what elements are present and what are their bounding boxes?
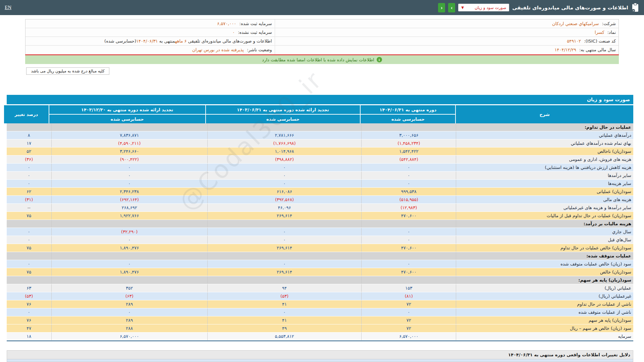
table-row: بهاي تمام شده درآمدهاي عملیاتي(۱,۴۵۸,۲۳۴…: [7, 139, 633, 147]
table-row: سود(زیان) پایه هر سهم۷۲۴۱۲۸۹۷۶: [7, 316, 633, 324]
row-value: ۰: [361, 164, 456, 171]
row-label: سایر درآمدها و هزینه های غیرعملیاتی: [456, 204, 633, 212]
row-label: سود (زیان) خالص هر سهم – ریال: [456, 324, 633, 332]
row-value: (۳۶): [7, 156, 51, 163]
row-label: سرمایه: [456, 333, 633, 340]
symbol-value: کسرا: [595, 30, 606, 35]
row-value: ۱۷: [7, 139, 51, 147]
row-value: ۹۴: [207, 284, 362, 292]
row-value: ۱,۰۱۴,۹۶۸: [207, 147, 362, 155]
clipboard-icon: [631, 3, 639, 12]
table-row: سود (زیان) خالص هر سهم – ریال۷۲۴۹۲۸۸۴۷: [7, 324, 633, 333]
row-value: [51, 276, 207, 284]
top-bar: اطلاعات و صورت‌های مالی میاندوره‌ای تلفی…: [0, 0, 644, 15]
row-value: ۰: [7, 228, 51, 236]
row-value: ۷۶: [7, 300, 51, 308]
info-row-1: شرکت: سرامیکهاي صنعتي اردکان سرمایه ثبت …: [25, 19, 619, 28]
signature-match-banner: i اطلاعات نمایش داده شده با اطلاعات امضا…: [25, 55, 619, 64]
section-row: عملیات در حال تداوم:: [7, 123, 633, 131]
audited-subheader-1: حسابرسی شده: [361, 115, 455, 123]
row-value: ۴۷۰,۶۰۰: [361, 212, 456, 220]
row-value: ۵۲: [7, 147, 51, 155]
table-row: سال جاري۰۰(۳۲,۲۹۰)۰: [7, 228, 633, 236]
fiscal-year-label: سال مالی منتهی به:: [579, 47, 616, 52]
column-header-period-current: دوره منتهی به ۱۴۰۴/۰۶/۳۱: [361, 105, 455, 114]
row-value: ۰: [51, 308, 207, 316]
next-report-button[interactable]: ›: [448, 3, 455, 12]
row-value: ۲,۳۴۶,۲۳۸: [51, 188, 207, 195]
registered-capital-label: سرمایه ثبت شده:: [239, 21, 272, 26]
language-switch-link[interactable]: EN: [5, 5, 11, 10]
table-row: عملیاتي (ریال)۱۵۳۹۴۳۵۲۶۳: [7, 284, 633, 292]
prev-report-button[interactable]: ‹: [438, 3, 445, 12]
chevron-down-icon: ▼: [461, 6, 464, 9]
row-value: (۴,۵۹۰,۲۱۱): [51, 139, 207, 147]
symbol-label: نماد:: [607, 30, 616, 35]
table-row: ناشي از عملیات متوقف شده۰۰۰۰: [7, 308, 633, 316]
table-row: سود (زیان) خالص عملیات متوقف شده۰۰۰۰: [7, 260, 633, 268]
row-label: سود(زیان) عملیات در حال تداوم قبل از مال…: [456, 212, 633, 220]
company-name-label: شرکت:: [602, 21, 616, 26]
row-label: عملیات متوقف شده:: [456, 252, 633, 260]
top-bar-right-group: اطلاعات و صورت‌های مالی میاندوره‌ای تلفی…: [438, 3, 639, 12]
footer-note-title: دلایل تغییرات اطلاعات واقعی دوره منتهی ب…: [7, 350, 633, 359]
section-row: سود(زیان) پایه هر سهم:: [7, 276, 633, 284]
row-value: ۰: [207, 308, 362, 316]
row-value: ۰: [361, 308, 456, 316]
row-value: ۲۶۹,۶۱۴: [207, 244, 362, 252]
row-value: ۴۷۰,۶۰۰: [361, 268, 456, 276]
row-label: سال‌هاي قبل: [456, 236, 633, 244]
income-statement-table: صورت سود و زیان شرح دوره منتهی به ۱۴۰۴/۰…: [7, 95, 633, 341]
row-value: ۹۹۹,۵۳۸: [361, 188, 456, 195]
row-label: سود(زیان) پایه هر سهم:: [456, 276, 633, 284]
row-value: ۴۷: [7, 324, 51, 332]
row-value: [7, 276, 51, 284]
report-type-dropdown[interactable]: صورت سود و زیان ▼: [458, 4, 509, 11]
report-period-text: اطلاعات و صورت‌های مالی میاندوره‌ای تلفی…: [25, 37, 275, 45]
row-value: ۱,۸۹۰,۴۷۶: [51, 244, 207, 252]
row-value: ۷۲: [361, 300, 456, 308]
row-value: ۷,۸۳۶,۸۷۱: [51, 131, 207, 139]
row-value: [7, 123, 51, 131]
row-value: (۶۳): [51, 292, 207, 300]
row-value: ۷۵: [7, 244, 51, 252]
table-row: سود(زیان) عملیات در حال تداوم قبل از مال…: [7, 212, 633, 220]
row-value: [361, 123, 456, 131]
info-row-2: نماد: کسرا سرمایه ثبت نشده: ۰: [25, 28, 619, 37]
row-label: عملیات در حال تداوم:: [456, 123, 633, 131]
table-row: درآمدهاي عملیاتي۳,۰۰۰,۶۵۶۲,۷۸۱,۶۶۶۷,۸۳۶,…: [7, 131, 633, 139]
company-name-value: سرامیکهاي صنعتي اردکان: [552, 21, 601, 26]
row-value: ۲,۷۸۱,۶۶۶: [207, 131, 362, 139]
units-note: کلیه مبالغ درج شده به میلیون ریال می باش…: [26, 67, 109, 75]
row-value: ۲۸۸: [51, 324, 207, 332]
row-label: سود(زیان) پایه هر سهم: [456, 316, 633, 324]
row-value: (۱۲,۹۸۳): [361, 204, 456, 212]
issuer-status-value: پذیرفته شده در بورس تهران: [192, 47, 246, 52]
table-row: سایر هزینه‌ها۰۰۰۰: [7, 180, 633, 188]
row-value: (۱,۴۵۸,۲۳۴): [361, 139, 456, 147]
page-title: اطلاعات و صورت‌های مالی میاندوره‌ای تلفی…: [512, 5, 628, 11]
row-value: ۶,۵۷۰,۰۰۰: [51, 333, 207, 340]
audited-subheader-3: حسابرسی شده: [49, 115, 205, 123]
table-row: سود(زیان) عملیاتی۹۹۹,۵۳۸۶۱۶,۰۸۶۲,۳۴۶,۲۳۸…: [7, 188, 633, 196]
row-value: (۵۴۲,۸۸۴): [361, 156, 456, 163]
row-value: ۳,۰۰۰,۶۵۶: [361, 131, 456, 139]
row-value: ۰: [361, 180, 456, 187]
row-label: عملیاتي (ریال): [456, 284, 633, 292]
table-row: سود(زیان) ناخالص۱,۵۴۲,۴۲۲۱,۰۱۴,۹۶۸۳,۲۴۶,…: [7, 147, 633, 156]
table-row: غیرعملیاتي (ریال)(۸۱)(۵۳)(۶۳)(۵۳): [7, 292, 633, 300]
row-value: ۰: [7, 180, 51, 187]
column-header-description: شرح: [456, 105, 633, 123]
row-value: (۱,۷۶۶,۶۹۸): [207, 139, 362, 147]
row-value: ۲۶۹,۶۱۴: [207, 268, 362, 276]
row-label: هزینه کاهش ارزش دریافتني ها (هزینه استثن…: [456, 164, 633, 171]
row-value: (۵۳): [7, 292, 51, 300]
row-value: ۰: [207, 236, 362, 244]
table-row: هزینه های مالی(۵۱۵,۹۵۵)(۳۹۲,۵۶۸)(۶۹۲,۱۶۴…: [7, 196, 633, 204]
row-value: [7, 252, 51, 260]
row-value: ۴۹: [207, 324, 362, 332]
row-label: هزینه های فروش، اداری و عمومی: [456, 156, 633, 163]
row-value: ۱۸: [7, 333, 51, 340]
row-label: سود (زیان) خالص عملیات متوقف شده: [456, 260, 633, 268]
row-value: ۰: [207, 260, 362, 268]
